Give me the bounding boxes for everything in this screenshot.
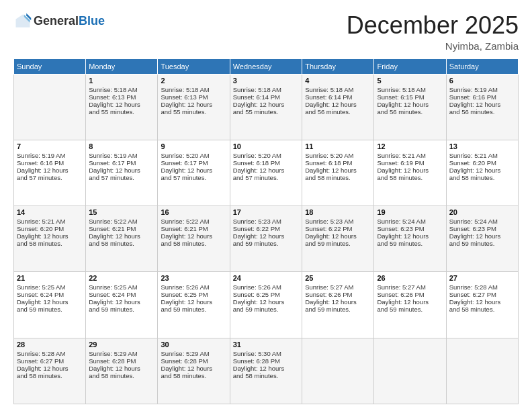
day-info-line: Sunset: 6:22 PM: [305, 225, 371, 232]
day-info-line: Sunrise: 5:29 AM: [161, 350, 226, 357]
day-info-line: and 59 minutes.: [233, 240, 299, 247]
calendar-day-19: 19Sunrise: 5:24 AMSunset: 6:23 PMDayligh…: [374, 206, 446, 272]
day-info-line: Sunset: 6:20 PM: [449, 159, 515, 167]
calendar-day-8: 8Sunrise: 5:19 AMSunset: 6:17 PMDaylight…: [86, 140, 158, 205]
day-info-line: Sunrise: 5:18 AM: [89, 86, 154, 93]
day-info-line: and 58 minutes.: [89, 372, 154, 379]
calendar-header-wednesday: Wednesday: [230, 58, 302, 74]
day-info-line: and 55 minutes.: [89, 108, 154, 116]
day-info-line: Sunset: 6:23 PM: [449, 225, 515, 232]
day-info-line: Daylight: 12 hours: [233, 232, 299, 240]
day-info-line: and 59 minutes.: [377, 306, 443, 313]
day-info-line: Daylight: 12 hours: [161, 101, 226, 108]
day-info-line: Sunset: 6:17 PM: [161, 159, 226, 167]
calendar-day-29: 29Sunrise: 5:29 AMSunset: 6:28 PMDayligh…: [86, 338, 158, 404]
day-info-line: Sunset: 6:25 PM: [233, 291, 299, 298]
day-number: 30: [161, 340, 226, 349]
calendar-header-monday: Monday: [86, 58, 158, 74]
day-info-line: and 59 minutes.: [161, 306, 226, 313]
calendar-week-4: 21Sunrise: 5:25 AMSunset: 6:24 PMDayligh…: [14, 272, 519, 338]
calendar-day-21: 21Sunrise: 5:25 AMSunset: 6:24 PMDayligh…: [14, 272, 86, 338]
day-info-line: Sunset: 6:24 PM: [89, 291, 154, 298]
day-number: 5: [377, 77, 443, 85]
day-info-line: Daylight: 12 hours: [161, 167, 226, 174]
calendar-header-friday: Friday: [374, 58, 446, 74]
day-number: 15: [89, 208, 154, 216]
day-info-line: Daylight: 12 hours: [89, 365, 154, 372]
day-info-line: Sunrise: 5:18 AM: [377, 86, 443, 93]
calendar-day-1: 1Sunrise: 5:18 AMSunset: 6:13 PMDaylight…: [86, 74, 158, 140]
day-info-line: Sunset: 6:24 PM: [17, 291, 83, 298]
day-info-line: Sunset: 6:14 PM: [305, 93, 371, 101]
header: GeneralBlue December 2025 Nyimba, Zambia: [13, 12, 519, 52]
day-info-line: Daylight: 12 hours: [17, 167, 83, 174]
calendar-day-27: 27Sunrise: 5:28 AMSunset: 6:27 PMDayligh…: [446, 272, 518, 338]
calendar-week-2: 7Sunrise: 5:19 AMSunset: 6:16 PMDaylight…: [14, 140, 519, 205]
day-info-line: Sunrise: 5:24 AM: [377, 218, 443, 225]
day-info-line: Sunrise: 5:21 AM: [377, 152, 443, 159]
day-info-line: Sunrise: 5:30 AM: [233, 350, 299, 357]
day-info-line: Sunrise: 5:23 AM: [305, 218, 371, 225]
day-info-line: Sunset: 6:18 PM: [305, 159, 371, 167]
day-number: 18: [305, 208, 371, 216]
day-info-line: Daylight: 12 hours: [89, 298, 154, 306]
calendar-day-10: 10Sunrise: 5:20 AMSunset: 6:18 PMDayligh…: [230, 140, 302, 205]
day-info-line: Sunrise: 5:29 AM: [89, 350, 154, 357]
day-info-line: Sunset: 6:27 PM: [17, 357, 83, 365]
day-number: 26: [377, 274, 443, 282]
day-info-line: Sunrise: 5:28 AM: [17, 350, 83, 357]
calendar-day-16: 16Sunrise: 5:22 AMSunset: 6:21 PMDayligh…: [158, 206, 230, 272]
day-info-line: Daylight: 12 hours: [233, 167, 299, 174]
day-number: 20: [449, 208, 515, 216]
day-info-line: Sunset: 6:21 PM: [161, 225, 226, 232]
day-info-line: Sunrise: 5:25 AM: [17, 283, 83, 291]
day-info-line: Sunrise: 5:19 AM: [17, 152, 83, 159]
day-info-line: Daylight: 12 hours: [305, 101, 371, 108]
day-info-line: Sunset: 6:28 PM: [233, 357, 299, 365]
logo-general: General: [34, 14, 79, 28]
day-info-line: Sunset: 6:16 PM: [449, 93, 515, 101]
day-info-line: and 58 minutes.: [377, 174, 443, 181]
day-info-line: Sunrise: 5:18 AM: [305, 86, 371, 93]
calendar-day-empty: [302, 338, 374, 404]
day-info-line: Sunrise: 5:18 AM: [233, 86, 299, 93]
day-info-line: and 57 minutes.: [161, 174, 226, 181]
logo-icon: [13, 12, 32, 31]
day-info-line: Daylight: 12 hours: [377, 167, 443, 174]
day-number: 12: [377, 142, 443, 150]
calendar-day-empty: [14, 74, 86, 140]
calendar-day-20: 20Sunrise: 5:24 AMSunset: 6:23 PMDayligh…: [446, 206, 518, 272]
day-info-line: and 57 minutes.: [17, 174, 83, 181]
day-info-line: Sunset: 6:20 PM: [17, 225, 83, 232]
day-info-line: Daylight: 12 hours: [17, 232, 83, 240]
calendar-day-empty: [374, 338, 446, 404]
day-number: 11: [305, 142, 371, 150]
day-info-line: Sunrise: 5:20 AM: [233, 152, 299, 159]
day-info-line: Sunrise: 5:25 AM: [89, 283, 154, 291]
day-info-line: Sunset: 6:17 PM: [89, 159, 154, 167]
calendar-header-thursday: Thursday: [302, 58, 374, 74]
day-info-line: Sunrise: 5:23 AM: [233, 218, 299, 225]
calendar-day-12: 12Sunrise: 5:21 AMSunset: 6:19 PMDayligh…: [374, 140, 446, 205]
day-number: 14: [17, 208, 83, 216]
day-number: 31: [233, 340, 299, 349]
calendar-day-17: 17Sunrise: 5:23 AMSunset: 6:22 PMDayligh…: [230, 206, 302, 272]
day-number: 13: [449, 142, 515, 150]
day-info-line: Daylight: 12 hours: [233, 365, 299, 372]
day-info-line: and 58 minutes.: [449, 174, 515, 181]
calendar-week-3: 14Sunrise: 5:21 AMSunset: 6:20 PMDayligh…: [14, 206, 519, 272]
day-info-line: and 59 minutes.: [17, 306, 83, 313]
calendar-day-31: 31Sunrise: 5:30 AMSunset: 6:28 PMDayligh…: [230, 338, 302, 404]
calendar-week-1: 1Sunrise: 5:18 AMSunset: 6:13 PMDaylight…: [14, 74, 519, 140]
calendar-day-11: 11Sunrise: 5:20 AMSunset: 6:18 PMDayligh…: [302, 140, 374, 205]
calendar-day-3: 3Sunrise: 5:18 AMSunset: 6:14 PMDaylight…: [230, 74, 302, 140]
day-info-line: Daylight: 12 hours: [89, 101, 154, 108]
calendar-day-15: 15Sunrise: 5:22 AMSunset: 6:21 PMDayligh…: [86, 206, 158, 272]
day-info-line: Sunset: 6:13 PM: [161, 93, 226, 101]
day-info-line: Sunset: 6:22 PM: [233, 225, 299, 232]
day-info-line: Sunrise: 5:26 AM: [161, 283, 226, 291]
day-info-line: and 56 minutes.: [377, 108, 443, 116]
day-info-line: Daylight: 12 hours: [17, 365, 83, 372]
day-info-line: Sunset: 6:27 PM: [449, 291, 515, 298]
calendar-day-2: 2Sunrise: 5:18 AMSunset: 6:13 PMDaylight…: [158, 74, 230, 140]
